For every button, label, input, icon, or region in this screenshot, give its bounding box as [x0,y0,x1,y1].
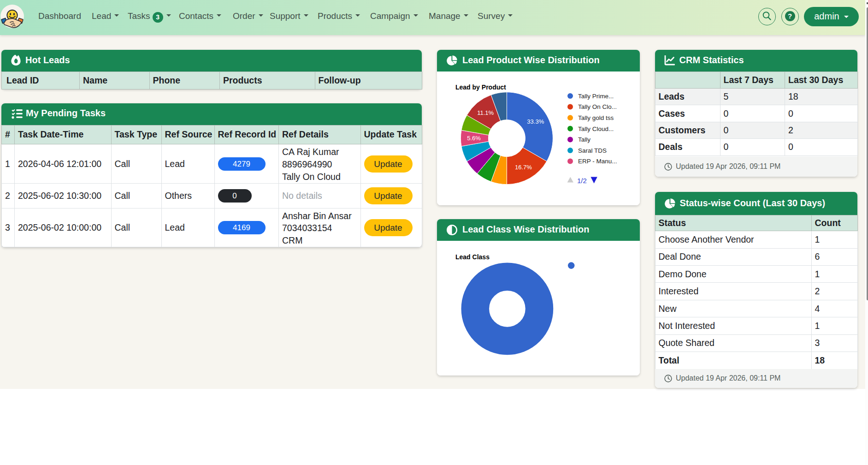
svg-text:11.1%: 11.1% [477,109,494,116]
svg-text:Tally Cloud...: Tally Cloud... [578,125,614,132]
svg-text:Tally Prime...: Tally Prime... [578,93,614,100]
svg-text:Saral TDS: Saral TDS [578,147,607,154]
svg-text:Tally: Tally [578,136,590,143]
svg-text:ERP - Manu...: ERP - Manu... [578,158,617,165]
svg-text:Tally On Clo...: Tally On Clo... [578,103,617,110]
svg-text:33.3%: 33.3% [527,118,544,125]
svg-text:16.7%: 16.7% [515,164,532,171]
svg-text:Tally gold tss: Tally gold tss [578,114,614,121]
svg-text:1/2: 1/2 [577,177,587,185]
svg-text:5.6%: 5.6% [467,135,481,142]
